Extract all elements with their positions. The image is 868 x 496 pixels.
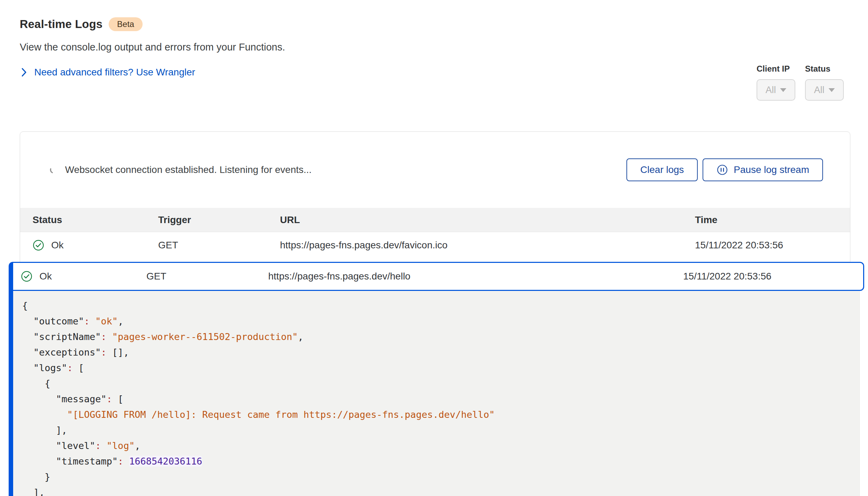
- code-token: :: [95, 440, 101, 451]
- code-token: :: [67, 362, 73, 373]
- row-status: Ok: [51, 240, 64, 251]
- websocket-status: Websocket connection established. Listen…: [49, 164, 311, 175]
- pause-log-stream-button[interactable]: Pause log stream: [703, 158, 823, 181]
- code-line: {: [22, 298, 859, 313]
- code-token: 1668542036116: [129, 456, 202, 467]
- row-trigger: GET: [146, 271, 268, 282]
- row-time: 15/11/2022 20:53:56: [695, 240, 850, 251]
- code-token: ],: [22, 425, 67, 435]
- row-time: 15/11/2022 20:53:56: [683, 271, 863, 282]
- realtime-logs-page: Real-time Logs Beta View the console.log…: [0, 0, 868, 496]
- code-token: "outcome": [22, 316, 84, 327]
- code-token: }: [22, 471, 50, 482]
- client-ip-label: Client IP: [757, 64, 795, 74]
- code-token: "scriptName": [22, 331, 101, 342]
- column-status: Status: [33, 214, 158, 226]
- filters: Client IP All Status All: [757, 64, 844, 101]
- pause-icon: [716, 164, 728, 176]
- clear-logs-label: Clear logs: [640, 164, 684, 175]
- code-token: "exceptions": [22, 347, 101, 358]
- status-dropdown[interactable]: All: [805, 79, 844, 101]
- expanded-log-panel: Ok GET https://pages-fns.pages.dev/hello…: [9, 262, 864, 496]
- beta-badge: Beta: [109, 17, 142, 31]
- code-line: "outcome": "ok",: [22, 313, 859, 329]
- code-line: "timestamp": 1668542036116: [22, 453, 859, 469]
- pause-log-stream-label: Pause log stream: [734, 164, 809, 175]
- row-url: https://pages-fns.pages.dev/favicon.ico: [280, 240, 695, 251]
- code-token: [124, 456, 129, 467]
- caret-down-icon: [780, 88, 786, 92]
- caret-down-icon: [829, 88, 835, 92]
- code-line: ],: [22, 485, 859, 496]
- filter-status: Status All: [805, 64, 844, 101]
- code-token: ,: [118, 316, 123, 327]
- code-line: "exceptions": [],: [22, 345, 859, 360]
- page-title: Real-time Logs: [20, 18, 102, 31]
- code-token: "pages-worker--611502-production": [112, 331, 298, 342]
- code-token: "logs": [22, 362, 67, 373]
- filter-client-ip: Client IP All: [757, 64, 795, 101]
- code-line: {: [22, 376, 859, 391]
- code-token: ,: [135, 440, 140, 451]
- table-row[interactable]: Ok GET https://pages-fns.pages.dev/favic…: [20, 232, 850, 258]
- code-token: {: [22, 300, 28, 311]
- page-subtitle: View the console.log output and errors f…: [20, 42, 285, 53]
- table-row-expanded[interactable]: Ok GET https://pages-fns.pages.dev/hello…: [13, 262, 864, 291]
- code-token: "level": [22, 440, 95, 451]
- code-token: "ok": [95, 316, 118, 327]
- wrangler-link-label: Need advanced filters? Use Wrangler: [34, 67, 195, 78]
- code-token: ,: [298, 331, 304, 342]
- code-line: "message": [: [22, 391, 859, 407]
- code-token: :: [84, 316, 90, 327]
- column-url: URL: [280, 214, 695, 226]
- code-token: [: [112, 394, 124, 404]
- code-token: {: [22, 378, 50, 389]
- code-token: [101, 440, 107, 451]
- code-token: "timestamp": [22, 456, 118, 467]
- code-line: "scriptName": "pages-worker--611502-prod…: [22, 329, 859, 345]
- column-trigger: Trigger: [158, 214, 280, 226]
- code-token: [107, 331, 112, 342]
- client-ip-dropdown[interactable]: All: [757, 79, 795, 101]
- code-token: :: [101, 347, 107, 358]
- code-line: "logs": [: [22, 360, 859, 376]
- websocket-status-text: Websocket connection established. Listen…: [65, 164, 311, 175]
- code-token: "log": [107, 440, 135, 451]
- code-token: :: [107, 394, 112, 404]
- row-url: https://pages-fns.pages.dev/hello: [268, 271, 683, 282]
- code-line: }: [22, 469, 859, 485]
- code-token: "message": [22, 394, 107, 404]
- chevron-right-icon: [20, 67, 28, 77]
- clear-logs-button[interactable]: Clear logs: [626, 158, 698, 181]
- code-token: [90, 316, 95, 327]
- ok-check-icon: [21, 270, 33, 282]
- row-trigger: GET: [158, 240, 280, 251]
- client-ip-value: All: [766, 85, 776, 95]
- code-line: "level": "log",: [22, 438, 859, 453]
- spinner-icon: [49, 165, 58, 174]
- row-status: Ok: [39, 271, 52, 282]
- code-line: ],: [22, 422, 859, 438]
- code-token: :: [118, 456, 123, 467]
- code-token: ],: [22, 487, 45, 496]
- log-detail-code: { "outcome": "ok", "scriptName": "pages-…: [13, 291, 860, 496]
- code-token: [: [73, 362, 84, 373]
- ok-check-icon: [33, 239, 44, 251]
- wrangler-filters-link[interactable]: Need advanced filters? Use Wrangler: [20, 67, 195, 78]
- status-value: All: [814, 85, 824, 95]
- status-label: Status: [805, 64, 844, 74]
- logs-toolbar: Websocket connection established. Listen…: [20, 132, 850, 208]
- code-line: "[LOGGING FROM /hello]: Request came fro…: [22, 407, 859, 422]
- code-token: :: [101, 331, 107, 342]
- log-table-header: Status Trigger URL Time: [20, 208, 850, 232]
- code-token: [],: [107, 347, 129, 358]
- code-token: "[LOGGING FROM /hello]: Request came fro…: [22, 409, 495, 420]
- page-header: Real-time Logs Beta View the console.log…: [20, 17, 285, 78]
- column-time: Time: [695, 214, 850, 226]
